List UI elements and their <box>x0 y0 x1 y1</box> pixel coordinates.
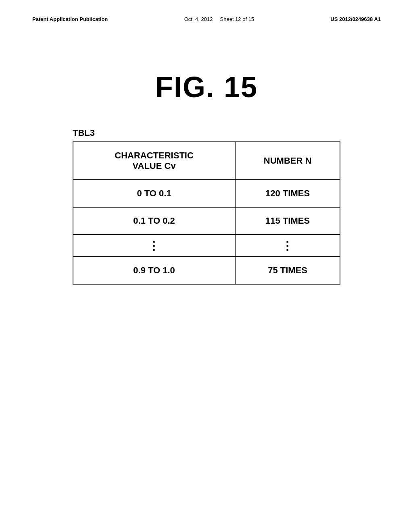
table-row: 0.9 TO 1.0 75 TIMES <box>73 257 340 284</box>
col-header-char-value-line1: CHARACTERISTIC <box>115 150 194 160</box>
header-patent-number: US 2012/0249638 A1 <box>330 16 381 22</box>
table-row: ⋮ ⋮ <box>73 235 340 257</box>
header-date: Oct. 4, 2012 <box>184 16 213 22</box>
data-table: CHARACTERISTIC VALUE Cv NUMBER N 0 TO 0.… <box>73 141 340 285</box>
col-header-number-n: NUMBER N <box>235 142 340 180</box>
col-header-char-value: CHARACTERISTIC VALUE Cv <box>73 142 235 180</box>
header-sheet: Sheet 12 of 15 <box>220 16 254 22</box>
cell-number-n-ellipsis: ⋮ <box>235 235 340 257</box>
table-container: CHARACTERISTIC VALUE Cv NUMBER N 0 TO 0.… <box>73 141 340 285</box>
cell-char-value-1: 0 TO 0.1 <box>73 180 235 207</box>
page-header: Patent Application Publication Oct. 4, 2… <box>32 16 381 22</box>
header-publication-label: Patent Application Publication <box>32 16 108 22</box>
table-label: TBL3 <box>73 128 381 138</box>
cell-number-n-last: 75 TIMES <box>235 257 340 284</box>
table-row: 0 TO 0.1 120 TIMES <box>73 180 340 207</box>
header-date-sheet: Oct. 4, 2012 Sheet 12 of 15 <box>184 16 254 22</box>
cell-char-value-ellipsis: ⋮ <box>73 235 235 257</box>
cell-char-value-2: 0.1 TO 0.2 <box>73 207 235 235</box>
cell-char-value-last: 0.9 TO 1.0 <box>73 257 235 284</box>
figure-title: FIG. 15 <box>32 71 381 104</box>
cell-number-n-1: 120 TIMES <box>235 180 340 207</box>
col-header-char-value-line2: VALUE Cv <box>132 161 175 171</box>
table-header-row: CHARACTERISTIC VALUE Cv NUMBER N <box>73 142 340 180</box>
cell-number-n-2: 115 TIMES <box>235 207 340 235</box>
page: Patent Application Publication Oct. 4, 2… <box>0 0 413 532</box>
table-row: 0.1 TO 0.2 115 TIMES <box>73 207 340 235</box>
